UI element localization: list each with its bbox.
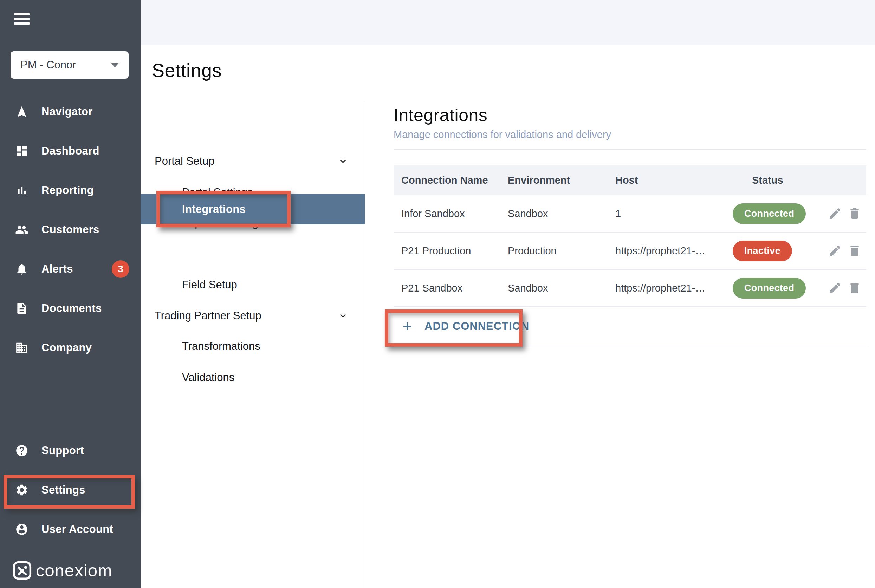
- sidebar-item-customers[interactable]: Customers: [0, 210, 141, 249]
- sidebar-item-reporting[interactable]: Reporting: [0, 171, 141, 210]
- sidebar-item-settings[interactable]: Settings: [0, 470, 141, 510]
- sidebar-nav: Navigator Dashboard Reporting Customers: [0, 92, 141, 368]
- sidebar-item-label: User Account: [42, 523, 113, 536]
- app-window: PM - Conor Navigator Dashboard Repor: [0, 0, 875, 588]
- column-header-host: Host: [615, 175, 733, 186]
- chevron-down-icon: [337, 156, 348, 167]
- sidebar-item-label: Support: [42, 444, 84, 457]
- sidebar-item-label: Alerts: [42, 263, 73, 275]
- topbar: [141, 0, 875, 45]
- cell-connection-name: Infor Sandbox: [401, 208, 508, 219]
- cell-environment: Sandbox: [508, 208, 615, 219]
- subnav-item-label: Transformations: [182, 340, 260, 352]
- column-header-connection-name: Connection Name: [401, 175, 508, 186]
- connections-table: Connection Name Environment Host Status …: [393, 165, 866, 346]
- sidebar-item-label: Dashboard: [42, 145, 99, 158]
- add-connection-label: ADD CONNECTION: [425, 320, 529, 333]
- subnav-item-validations[interactable]: Validations: [182, 366, 234, 389]
- edit-connection-button[interactable]: [827, 205, 843, 222]
- delete-connection-button[interactable]: [846, 280, 863, 297]
- cell-connection-name: P21 Production: [401, 245, 508, 257]
- help-circle-icon: [15, 444, 29, 458]
- table-header-row: Connection Name Environment Host Status: [393, 165, 866, 195]
- cell-connection-name: P21 Sandbox: [401, 282, 508, 294]
- subnav-item-field-setup[interactable]: Field Setup: [182, 274, 237, 296]
- edit-connection-button[interactable]: [827, 242, 843, 259]
- delete-connection-button[interactable]: [846, 205, 863, 222]
- sidebar-item-navigator[interactable]: Navigator: [0, 92, 141, 131]
- dashboard-grid-icon: [15, 144, 29, 158]
- menu-icon[interactable]: [14, 14, 30, 25]
- column-header-status: Status: [733, 175, 827, 186]
- subnav-section-label: Trading Partner Setup: [155, 309, 261, 322]
- sidebar-item-alerts[interactable]: Alerts 3: [0, 249, 141, 289]
- delete-connection-button[interactable]: [846, 242, 863, 259]
- sidebar-item-label: Navigator: [42, 105, 93, 118]
- people-icon: [15, 223, 29, 237]
- subnav-section-label: Portal Setup: [155, 155, 215, 168]
- building-icon: [15, 341, 29, 355]
- sidebar-item-label: Company: [42, 341, 92, 354]
- table-row: Infor Sandbox Sandbox 1 Connected: [393, 195, 866, 232]
- subnav-section-trading-partner-setup[interactable]: Trading Partner Setup: [155, 304, 351, 327]
- caret-down-icon: [111, 63, 119, 68]
- alerts-count-badge: 3: [112, 260, 129, 278]
- trash-icon: [848, 281, 861, 295]
- cell-host: https://prophet21-…: [615, 245, 733, 257]
- sidebar-item-user-account[interactable]: User Account: [0, 510, 141, 549]
- cell-host: https://prophet21-…: [615, 282, 733, 294]
- trash-icon: [848, 244, 861, 258]
- subnav-item-transformations[interactable]: Transformations: [182, 335, 260, 358]
- account-selector[interactable]: PM - Conor: [11, 51, 129, 79]
- subnav-item-label: Integrations: [182, 203, 246, 216]
- status-badge: Connected: [733, 278, 806, 298]
- section-title: Integrations: [393, 105, 488, 125]
- sidebar-item-dashboard[interactable]: Dashboard: [0, 131, 141, 171]
- pencil-icon: [828, 244, 842, 258]
- horizontal-divider: [393, 149, 866, 150]
- cell-environment: Sandbox: [508, 282, 615, 294]
- page-title: Settings: [152, 59, 222, 81]
- sidebar-item-label: Reporting: [42, 184, 94, 197]
- table-row: P21 Production Production https://prophe…: [393, 232, 866, 270]
- sidebar: PM - Conor Navigator Dashboard Repor: [0, 0, 141, 588]
- add-connection-button[interactable]: ADD CONNECTION: [401, 320, 529, 333]
- account-selector-value: PM - Conor: [20, 58, 76, 71]
- subnav-item-label: Field Setup: [182, 279, 237, 291]
- navigation-arrow-icon: [15, 105, 29, 119]
- subnav-item-integrations-selected[interactable]: Integrations: [141, 194, 365, 225]
- section-subtitle: Manage connections for validations and d…: [393, 129, 611, 141]
- conexiom-logo-text: conexiom: [36, 561, 113, 580]
- subnav-section-portal-setup[interactable]: Portal Setup: [155, 150, 351, 172]
- sidebar-item-label: Settings: [42, 484, 86, 496]
- settings-subnav: Settings Portal Setup Portal Settings Ex…: [141, 45, 365, 588]
- sidebar-item-documents[interactable]: Documents: [0, 289, 141, 328]
- conexiom-logo-icon: [13, 561, 32, 580]
- sidebar-item-support[interactable]: Support: [0, 431, 141, 470]
- bar-chart-icon: [15, 183, 29, 197]
- trash-icon: [848, 207, 861, 220]
- sidebar-item-company[interactable]: Company: [0, 328, 141, 368]
- cell-environment: Production: [508, 245, 615, 257]
- status-badge: Connected: [733, 203, 806, 224]
- subnav-item-label: Validations: [182, 371, 234, 384]
- add-connection-row: ADD CONNECTION: [393, 307, 866, 346]
- document-icon: [15, 302, 29, 315]
- conexiom-logo: conexiom: [13, 561, 113, 580]
- pencil-icon: [828, 207, 842, 220]
- sidebar-item-label: Customers: [42, 224, 99, 236]
- account-circle-icon: [15, 522, 29, 536]
- bell-icon: [15, 262, 29, 276]
- sidebar-bottom-nav: Support Settings User Account: [0, 431, 141, 549]
- column-header-environment: Environment: [508, 175, 615, 186]
- plus-icon: [401, 320, 414, 333]
- chevron-down-icon: [337, 310, 348, 321]
- cell-host: 1: [615, 208, 733, 219]
- table-row: P21 Sandbox Sandbox https://prophet21-… …: [393, 270, 866, 307]
- pencil-icon: [828, 281, 842, 295]
- edit-connection-button[interactable]: [827, 280, 843, 297]
- integrations-panel: Integrations Manage connections for vali…: [365, 45, 875, 588]
- gear-icon: [15, 483, 29, 497]
- sidebar-item-label: Documents: [42, 302, 102, 315]
- status-badge: Inactive: [733, 241, 792, 261]
